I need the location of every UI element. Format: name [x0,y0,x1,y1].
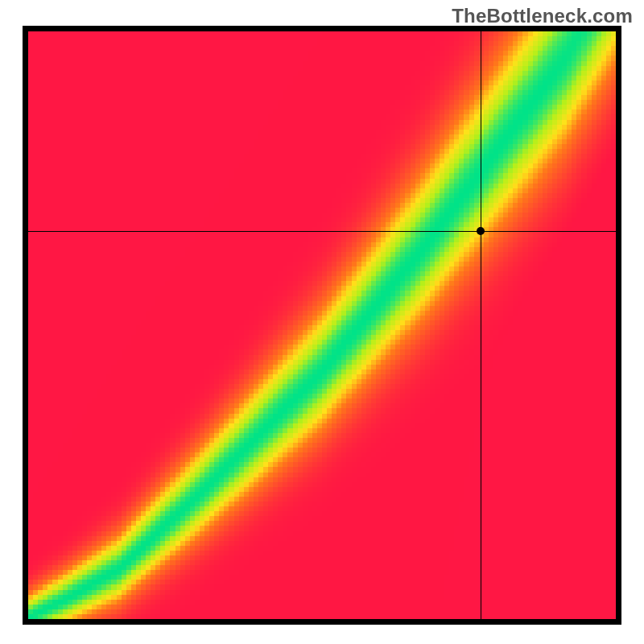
chart-wrapper: TheBottleneck.com [0,0,644,644]
crosshair-horizontal [28,231,616,232]
heatmap-plot [28,31,616,619]
marker-dot [477,227,485,235]
chart-border [23,26,621,625]
heatmap-canvas [28,31,616,619]
crosshair-vertical [481,31,481,619]
watermark-text: TheBottleneck.com [452,5,633,27]
